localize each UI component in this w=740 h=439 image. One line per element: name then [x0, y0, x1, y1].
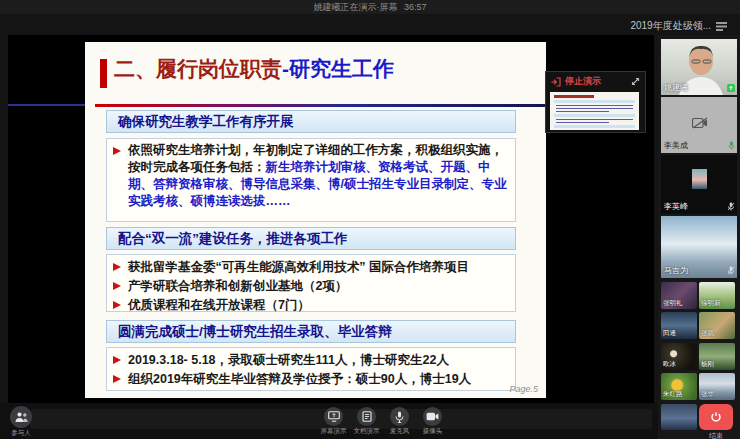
participant-name: 欧冰	[663, 360, 676, 369]
stop-presenting-icon	[551, 77, 561, 87]
section-2-body: 获批留学基金委“可再生能源高效利用技术” 国际合作培养项目 产学研联合培养和创新…	[106, 254, 516, 312]
participant-video-tile[interactable]: 姚建曦	[661, 39, 737, 95]
camera-off-icon	[692, 117, 708, 129]
thumb-text-line	[556, 119, 633, 121]
expand-icon[interactable]	[631, 77, 640, 86]
title-accent-bar	[100, 59, 107, 88]
camera-button[interactable]: 摄像头	[419, 407, 446, 436]
share-control-mini-window[interactable]: 停止演示	[545, 71, 646, 133]
session-title: 2019年度处级领...	[630, 19, 711, 33]
bullet-item: 获批留学基金委“可再生能源高效利用技术” 国际合作培养项目	[113, 258, 509, 277]
presentation-slide: 二、履行岗位职责-研究生工作 确保研究生教学工作有序开展 依照研究生培养计划，年…	[85, 42, 546, 398]
participant-thumb-tile[interactable]: 张明礼	[661, 282, 697, 309]
participant-video-tile[interactable]: 马吉为	[661, 216, 737, 278]
bullet-item: 2019.3.18- 5.18，录取硕士研究生111人，博士研究生22人	[113, 351, 509, 370]
bullet-arrow-icon	[113, 375, 121, 383]
doc-share-icon	[362, 411, 372, 422]
thumb-text-line	[556, 122, 609, 124]
screen-share-button[interactable]: 屏幕演示	[320, 407, 347, 436]
bullet-text: 产学研联合培养和创新创业基地（2项）	[128, 277, 347, 296]
participants-sidebar: 姚建曦 李美成	[658, 35, 740, 439]
participant-thumb-tile[interactable]: 朱红路	[661, 373, 697, 400]
title-underline-rule	[95, 104, 546, 107]
share-preview-thumbnail	[550, 92, 639, 130]
participant-thumb-tile[interactable]: 张华	[699, 373, 735, 400]
slide-title-main: 二、履行岗位职责	[114, 57, 282, 80]
mic-icon	[395, 411, 404, 423]
power-icon	[710, 411, 722, 423]
thumb-text-line	[556, 130, 633, 131]
participants-button-label: 参与人	[11, 429, 31, 438]
section-1-header: 确保研究生教学工作有序开展	[106, 110, 516, 133]
end-meeting-label: 结束	[699, 431, 733, 439]
participant-name: 张凯	[701, 329, 714, 338]
microphone-button[interactable]: 麦克风	[386, 407, 413, 436]
meeting-timer: 36:57	[404, 2, 427, 12]
participant-name: 马吉为	[664, 265, 688, 276]
menu-icon[interactable]	[716, 22, 727, 31]
section-3-body: 2019.3.18- 5.18，录取硕士研究生111人，博士研究生22人 组织2…	[106, 347, 516, 391]
mic-muted-icon	[727, 266, 735, 275]
thumb-header-bar	[554, 100, 635, 103]
mic-label: 麦克风	[390, 427, 410, 436]
participant-name: 朱红路	[663, 390, 683, 399]
page-number: Page.5	[509, 384, 538, 394]
mini-window-header: 停止演示	[546, 72, 645, 91]
bullet-item: 组织2019年研究生毕业答辩及学位授予：硕士90人，博士19人	[113, 370, 509, 389]
participant-photo	[692, 169, 707, 189]
section-2-header: 配合“双一流”建设任务，推进各项工作	[106, 227, 516, 250]
thumb-header-bar	[554, 125, 635, 128]
bullet-item: 优质课程和在线开放课程（7门）	[113, 296, 509, 315]
participant-name: 张明礼	[663, 299, 683, 308]
participant-thumb-tile[interactable]: 徐明新	[699, 282, 735, 309]
participant-thumb-tile[interactable]: 张凯	[699, 312, 735, 339]
mic-muted-icon	[727, 202, 735, 211]
participant-name: 姚建曦	[664, 82, 688, 93]
bullet-item: 产学研联合培养和创新创业基地（2项）	[113, 277, 509, 296]
presenter-status-bar: 姚建曦正在演示·屏幕 36:57	[0, 0, 740, 14]
slide-rule-extension	[8, 104, 85, 106]
bullet-text: 组织2019年研究生毕业答辩及学位授予：硕士90人，博士19人	[128, 370, 471, 389]
participant-thumb-tile[interactable]	[661, 404, 697, 430]
doc-share-label: 文档演示	[354, 427, 380, 436]
thumb-text-line	[556, 108, 633, 110]
thumb-text-line	[556, 111, 609, 113]
bottom-toolbar: 参与人 屏幕演示	[0, 403, 658, 439]
camera-icon	[426, 412, 439, 421]
bullet-arrow-icon	[113, 356, 121, 364]
bullet-arrow-icon	[113, 147, 121, 155]
participant-name: 田通	[663, 329, 676, 338]
screen-share-label: 屏幕演示	[321, 427, 347, 436]
thumb-header-bar	[554, 114, 635, 117]
bullet-text: 2019.3.18- 5.18，录取硕士研究生111人，博士研究生22人	[128, 351, 449, 370]
participant-name: 徐明新	[701, 299, 721, 308]
bullet-text: 获批留学基金委“可再生能源高效利用技术” 国际合作培养项目	[128, 258, 469, 277]
bullet-text: 优质课程和在线开放课程（7门）	[128, 296, 310, 315]
bullet-arrow-icon	[113, 301, 121, 309]
mic-on-icon	[728, 141, 735, 150]
bullet-item: 依照研究生培养计划，年初制定了详细的工作方案，积极组织实施，按时完成各项任务包括…	[113, 142, 509, 210]
camera-label: 摄像头	[423, 427, 443, 436]
meeting-app-window: 姚建曦正在演示·屏幕 36:57 2019年度处级领... 二、履行岗位职责-研…	[0, 0, 740, 439]
screen-share-icon	[328, 411, 340, 422]
participant-thumb-tile[interactable]: 田通	[661, 312, 697, 339]
participants-icon	[15, 412, 28, 422]
participants-button[interactable]: 参与人	[6, 406, 36, 438]
end-meeting-button[interactable]	[699, 404, 733, 430]
participant-thumb-tile[interactable]: 杨刚	[699, 343, 735, 370]
participant-video-tile[interactable]: 李英峰	[661, 155, 737, 214]
stop-presenting-button[interactable]: 停止演示	[565, 75, 601, 88]
thumb-text-line	[556, 105, 633, 107]
participant-name: 杨刚	[701, 360, 714, 369]
slide-title-sub: -研究生工作	[282, 57, 394, 80]
participant-name: 李英峰	[664, 201, 688, 212]
section-1-body: 依照研究生培养计划，年初制定了详细的工作方案，积极组织实施，按时完成各项任务包括…	[106, 138, 516, 222]
share-active-icon	[727, 84, 735, 92]
section-3-header: 圆满完成硕士/博士研究生招生录取、毕业答辩	[106, 320, 516, 343]
doc-share-button[interactable]: 文档演示	[353, 407, 380, 436]
participant-thumb-tile[interactable]: 欧冰	[661, 343, 697, 370]
session-title-row: 2019年度处级领...	[630, 19, 727, 33]
bullet-arrow-icon	[113, 263, 121, 271]
slide-title: 二、履行岗位职责-研究生工作	[114, 55, 394, 83]
participant-video-tile[interactable]: 李美成	[661, 97, 737, 153]
